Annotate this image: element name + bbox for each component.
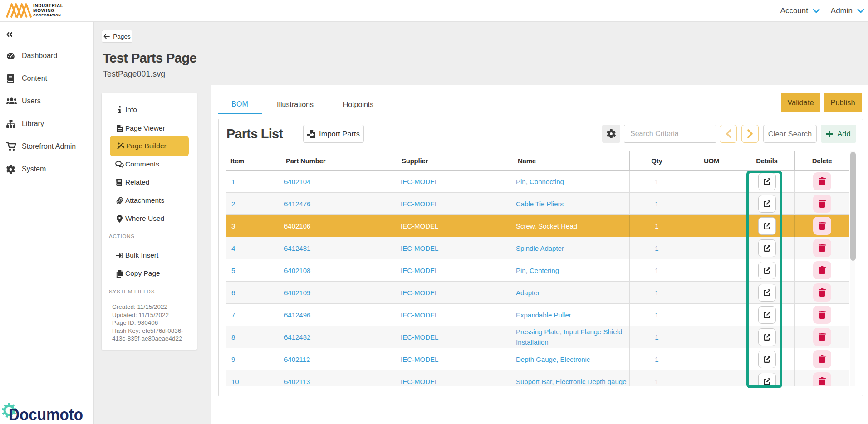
svg-text:Documoto: Documoto bbox=[9, 405, 83, 424]
